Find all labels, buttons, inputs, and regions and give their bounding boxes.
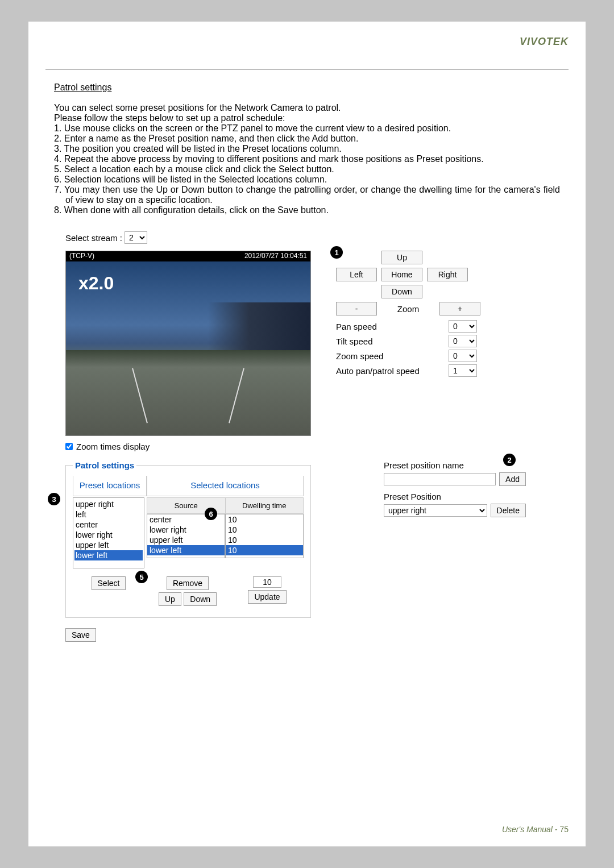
ptz-up-button[interactable]: Up (381, 251, 422, 264)
delete-button[interactable]: Delete (491, 504, 526, 517)
section-title: Patrol settings (54, 82, 111, 93)
ptz-panel: 1 Up Left Home Right Down - Zoo (333, 251, 480, 379)
step-4: 4. Repeat the above process by moving to… (54, 154, 560, 164)
step-8: 8. When done with all configuration deta… (54, 205, 560, 215)
update-button[interactable]: Update (248, 590, 286, 604)
pan-speed-label: Pan speed (336, 322, 377, 331)
callout-3: 3 (48, 493, 60, 505)
list-item[interactable]: upper left (74, 540, 143, 550)
patrol-legend: Patrol settings (73, 460, 136, 470)
selected-header: Selected locations (147, 476, 304, 496)
list-item[interactable]: center (74, 520, 143, 530)
list-item[interactable]: lower left (147, 545, 225, 555)
footer: User's Manual - 75 (502, 825, 569, 834)
tilt-speed-select[interactable]: 0 (449, 335, 477, 347)
pan-speed-select[interactable]: 0 (449, 320, 477, 333)
video-timestamp: 2012/07/27 10:04:51 (244, 252, 307, 261)
video-protocol: (TCP-V) (69, 252, 94, 261)
auto-speed-select[interactable]: 1 (449, 364, 477, 377)
dwell-input[interactable] (253, 576, 281, 588)
auto-speed-label: Auto pan/patrol speed (336, 366, 420, 376)
callout-1: 1 (330, 246, 343, 259)
dwell-column-header: Dwelling time (225, 497, 304, 514)
zoom-speed-select[interactable]: 0 (449, 350, 477, 362)
select-button[interactable]: Select (92, 576, 126, 590)
list-item[interactable]: 10 (226, 535, 303, 545)
dwell-listbox[interactable]: 10 10 10 10 (225, 514, 304, 558)
video-preview[interactable]: (TCP-V) 2012/07/27 10:04:51 x2.0 (65, 251, 311, 436)
add-button[interactable]: Add (499, 472, 526, 486)
list-item[interactable]: upper left (147, 535, 225, 545)
preset-position-select[interactable]: upper right (384, 504, 487, 517)
patrol-fieldset: Patrol settings 3 Preset locations Selec… (65, 460, 311, 618)
preset-listbox[interactable]: upper right left center lower right uppe… (73, 497, 144, 568)
save-button[interactable]: Save (65, 628, 96, 642)
source-listbox[interactable]: center lower right upper left lower left (147, 514, 225, 558)
remove-button[interactable]: Remove (167, 576, 209, 590)
callout-6: 6 (205, 508, 217, 520)
ptz-right-button[interactable]: Right (427, 268, 468, 281)
list-item[interactable]: lower right (147, 525, 225, 535)
callout-2: 2 (503, 454, 516, 466)
ptz-left-button[interactable]: Left (336, 268, 377, 281)
stream-select[interactable]: 2 (125, 231, 147, 244)
step-6: 6. Selection locations will be listed in… (54, 175, 560, 185)
ptz-home-button[interactable]: Home (381, 268, 422, 281)
stream-label: Select stream : (65, 233, 122, 243)
step-1: 1. Use mouse clicks on the screen or the… (54, 123, 560, 134)
down-button[interactable]: Down (184, 592, 217, 606)
list-item[interactable]: lower left (74, 550, 143, 560)
zoom-overlay: x2.0 (78, 273, 114, 294)
page-number: 75 (559, 825, 569, 834)
zoom-display-checkbox[interactable] (65, 443, 73, 450)
steps-list: 1. Use mouse clicks on the screen or the… (54, 123, 560, 215)
preset-header: Preset locations (73, 476, 147, 496)
brand-text: VIVOTEK (520, 36, 569, 48)
list-item[interactable]: 10 (226, 514, 303, 525)
intro-1: You can select some preset positions for… (54, 103, 560, 113)
step-3: 3. The position you created will be list… (54, 144, 560, 154)
zoom-in-button[interactable]: + (439, 302, 480, 315)
list-item[interactable]: 10 (226, 525, 303, 535)
step-2: 2. Enter a name as the Preset position n… (54, 134, 560, 144)
zoom-display-label: Zoom times display (76, 442, 150, 451)
preset-name-input[interactable] (384, 473, 496, 485)
zoom-speed-label: Zoom speed (336, 351, 383, 361)
step-7: 7. You may then use the Up or Down butto… (54, 185, 560, 205)
ptz-down-button[interactable]: Down (381, 285, 422, 298)
step-5: 5. Select a location each by a mouse cli… (54, 164, 560, 175)
list-item[interactable]: lower right (74, 530, 143, 540)
zoom-out-button[interactable]: - (336, 302, 377, 315)
list-item[interactable]: left (74, 509, 143, 520)
intro-2: Please follow the steps below to set up … (54, 113, 560, 123)
up-button[interactable]: Up (159, 592, 181, 606)
tilt-speed-label: Tilt speed (336, 337, 372, 346)
zoom-label: Zoom (381, 304, 435, 314)
preset-position-label: Preset Position (384, 492, 526, 501)
callout-5: 5 (135, 571, 148, 583)
list-item[interactable]: 10 (226, 545, 303, 555)
list-item[interactable]: upper right (74, 499, 143, 509)
